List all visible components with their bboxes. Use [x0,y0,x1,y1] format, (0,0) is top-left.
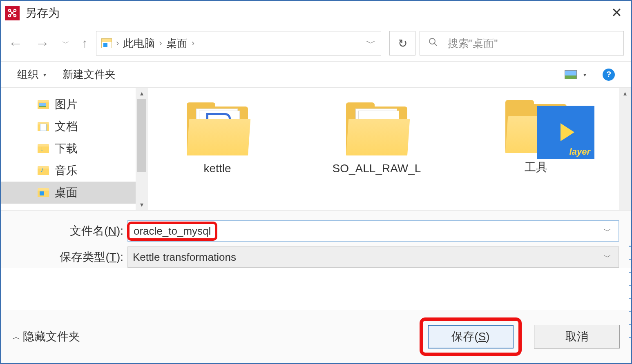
address-bar[interactable]: › 此电脑 › 桌面 › ﹀ [96,31,381,55]
scroll-down-icon[interactable]: ▾ [140,201,143,209]
window-resize-grip [629,246,631,348]
search-icon [428,37,438,50]
chevron-up-icon: ︿ [12,331,20,342]
folder-icon [38,144,49,153]
recent-dropdown[interactable]: ﹀ [62,38,69,48]
filename-label: 文件名(N): [50,223,123,239]
sidebar-item-music[interactable]: 音乐 [1,160,148,182]
folder-icon [38,122,49,131]
content-scrollbar[interactable]: ▴ [619,88,631,210]
back-button[interactable]: ← [8,35,23,52]
view-menu[interactable]: ▾ [565,70,586,79]
app-icon [5,6,20,20]
svg-point-4 [429,38,435,44]
footer: ︿ 隐藏文件夹 保存(S) 取消 [1,310,631,363]
folder-icon: layer [505,100,567,153]
chevron-right-icon: › [192,38,194,49]
filename-input[interactable]: oracle_to_mysql ﹀ [127,220,619,242]
save-button-highlight: 保存(S) [420,317,522,356]
new-folder-button[interactable]: 新建文件夹 [63,67,116,82]
folder-icon [38,188,49,197]
sidebar-item-desktop[interactable]: 桌面 [1,182,148,204]
folder-icon [38,100,49,109]
chevron-right-icon: › [159,38,162,49]
forward-button[interactable]: → [35,35,50,52]
breadcrumb-item[interactable]: 此电脑 [123,36,155,51]
organize-menu[interactable]: 组织▾ [17,67,46,82]
search-placeholder: 搜索"桌面" [448,36,498,51]
up-button[interactable]: ↑ [82,36,88,50]
nav-arrows: ← → ﹀ ↑ [8,35,88,52]
hide-folders-toggle[interactable]: ︿ 隐藏文件夹 [12,329,80,344]
chevron-down-icon[interactable]: ﹀ [604,252,611,262]
sidebar-item-documents[interactable]: 文档 [1,115,148,138]
folder-icon [346,102,407,155]
sidebar-scrollbar[interactable]: ▴ ▾ [136,88,148,210]
filename-highlight: oracle_to_mysql [127,222,217,241]
sidebar: 图片 文档 下载 音乐 桌面 ▴ ▾ [1,88,148,210]
savetype-select[interactable]: Kettle transformations ﹀ [127,246,619,268]
main-area: 图片 文档 下载 音乐 桌面 ▴ ▾ kettle SO_ALL_RA [1,88,631,210]
form-area: 文件名(N): oracle_to_mysql ﹀ 保存类型(T): Kettl… [1,210,631,268]
view-icon [565,70,577,79]
search-input[interactable]: 搜索"桌面" [420,31,624,55]
chevron-down-icon[interactable]: ﹀ [604,226,611,236]
save-button[interactable]: 保存(S) [428,325,514,348]
svg-point-0 [9,9,11,11]
dialog-title: 另存为 [25,5,60,21]
svg-point-1 [14,9,16,11]
folder-item[interactable]: SO_ALL_RAW_L [324,102,430,175]
file-list[interactable]: kettle SO_ALL_RAW_L layer 工具 ▴ [148,88,631,210]
help-button[interactable]: ? [603,69,615,81]
breadcrumb-item[interactable]: 桌面 [166,36,188,51]
scroll-up-icon[interactable]: ▴ [140,89,143,97]
scrollbar-thumb[interactable] [137,99,146,172]
close-button[interactable]: ✕ [611,5,622,20]
cancel-button[interactable]: 取消 [534,325,620,348]
location-icon [101,38,112,48]
folder-item[interactable]: layer 工具 [483,100,589,175]
sidebar-item-pictures[interactable]: 图片 [1,93,148,115]
sidebar-item-downloads[interactable]: 下载 [1,138,148,160]
svg-point-3 [14,14,16,16]
savetype-label: 保存类型(T): [50,249,123,265]
folder-icon [38,166,49,175]
refresh-button[interactable]: ↻ [389,31,415,55]
folder-icon [187,102,248,155]
titlebar: 另存为 ✕ [1,1,631,25]
folder-item[interactable]: kettle [164,102,270,175]
address-dropdown-icon[interactable]: ﹀ [366,37,376,50]
svg-point-2 [9,14,11,16]
toolbar: 组织▾ 新建文件夹 ▾ ? [1,62,631,88]
scroll-up-icon[interactable]: ▴ [623,89,627,97]
navigation-row: ← → ﹀ ↑ › 此电脑 › 桌面 › ﹀ ↻ 搜索"桌面" [1,25,631,62]
chevron-right-icon: › [116,38,119,49]
